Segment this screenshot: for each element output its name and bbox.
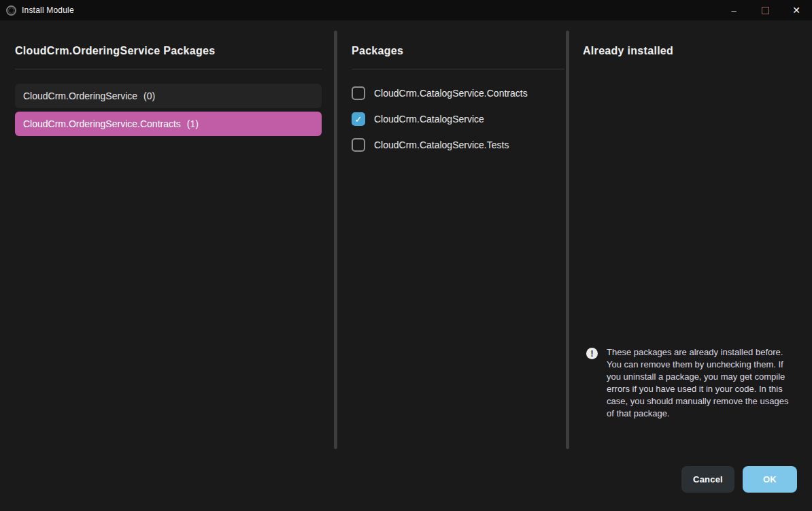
ok-button[interactable]: OK — [743, 466, 797, 493]
module-item-orderingservice[interactable]: CloudCrm.OrderingService (0) — [15, 84, 322, 108]
package-label: CloudCrm.CatalogService — [374, 114, 484, 125]
module-item-count: (0) — [143, 90, 155, 101]
info-note-text: These packages are already installed bef… — [607, 346, 789, 420]
app-icon — [6, 5, 16, 16]
package-label: CloudCrm.CatalogService.Contracts — [374, 88, 528, 99]
close-button[interactable]: ✕ — [781, 0, 812, 20]
module-item-label: CloudCrm.OrderingService — [23, 90, 137, 101]
minimize-button[interactable]: – — [718, 0, 749, 20]
maximize-icon — [762, 7, 769, 14]
modules-panel: CloudCrm.OrderingService Packages CloudC… — [15, 31, 322, 139]
info-note: ! These packages are already installed b… — [586, 346, 790, 420]
checkbox-checked[interactable]: ✓ — [352, 112, 365, 126]
column-divider — [334, 31, 337, 449]
packages-panel-header: Packages — [352, 31, 564, 57]
module-item-orderingservice-contracts[interactable]: CloudCrm.OrderingService.Contracts (1) — [15, 112, 322, 136]
checkbox-unchecked[interactable] — [352, 86, 365, 100]
window-title: Install Module — [22, 5, 74, 15]
maximize-button[interactable] — [749, 0, 781, 20]
package-row-catalogservice-contracts[interactable]: CloudCrm.CatalogService.Contracts — [352, 80, 564, 106]
package-row-catalogservice[interactable]: ✓ CloudCrm.CatalogService — [352, 106, 564, 132]
title-bar: Install Module – ✕ — [0, 0, 812, 20]
modules-panel-header: CloudCrm.OrderingService Packages — [15, 31, 322, 57]
checkbox-unchecked[interactable] — [352, 138, 365, 152]
modules-panel-divider — [15, 69, 322, 69]
module-list: CloudCrm.OrderingService (0) CloudCrm.Or… — [15, 84, 322, 136]
package-list: CloudCrm.CatalogService.Contracts ✓ Clou… — [352, 80, 564, 158]
already-installed-header: Already installed — [583, 31, 797, 57]
module-item-label: CloudCrm.OrderingService.Contracts — [23, 118, 181, 129]
packages-panel: Packages CloudCrm.CatalogService.Contrac… — [352, 31, 564, 158]
info-icon: ! — [586, 348, 598, 359]
module-item-count: (1) — [187, 118, 199, 129]
window-controls: – ✕ — [718, 0, 812, 20]
package-row-catalogservice-tests[interactable]: CloudCrm.CatalogService.Tests — [352, 132, 564, 158]
package-label: CloudCrm.CatalogService.Tests — [374, 139, 509, 150]
cancel-button[interactable]: Cancel — [681, 466, 734, 493]
column-divider — [566, 31, 569, 449]
packages-panel-divider — [352, 69, 564, 69]
